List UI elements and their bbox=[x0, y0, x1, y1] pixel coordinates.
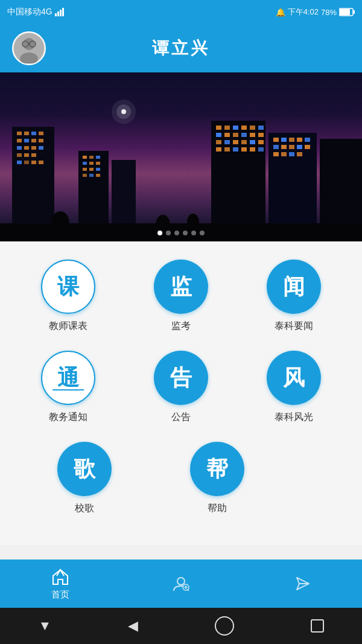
svg-rect-35 bbox=[31, 161, 36, 164]
svg-point-99 bbox=[187, 214, 199, 231]
svg-rect-19 bbox=[24, 132, 29, 135]
svg-rect-33 bbox=[17, 161, 22, 164]
bottom-nav: 首页 bbox=[0, 560, 362, 608]
svg-rect-6 bbox=[353, 10, 355, 14]
announcement-item[interactable]: 告 公告 bbox=[139, 351, 223, 424]
svg-rect-52 bbox=[83, 174, 87, 177]
svg-rect-95 bbox=[297, 152, 302, 156]
svg-rect-49 bbox=[83, 168, 87, 171]
svg-rect-85 bbox=[297, 138, 302, 142]
status-carrier: 中国移动4G bbox=[7, 7, 65, 18]
svg-rect-30 bbox=[17, 153, 22, 157]
svg-rect-43 bbox=[83, 156, 87, 159]
svg-rect-75 bbox=[258, 140, 264, 144]
battery-icon: 🔔 bbox=[276, 8, 285, 17]
svg-rect-78 bbox=[233, 147, 238, 151]
banner-image bbox=[0, 72, 362, 241]
svg-rect-3 bbox=[62, 8, 64, 16]
svg-rect-18 bbox=[17, 132, 22, 135]
svg-rect-34 bbox=[24, 161, 29, 164]
svg-rect-89 bbox=[289, 145, 294, 149]
sys-down-btn[interactable]: ▼ bbox=[38, 618, 51, 634]
svg-rect-62 bbox=[250, 126, 255, 130]
profile-nav-item[interactable] bbox=[121, 574, 241, 593]
scenery-item[interactable]: 风 泰科风光 bbox=[252, 351, 336, 424]
edu-notice-label: 教务通知 bbox=[49, 411, 87, 424]
news-label: 泰科要闻 bbox=[275, 320, 313, 333]
svg-rect-24 bbox=[31, 139, 36, 142]
jian-char: 监 bbox=[170, 276, 192, 298]
svg-rect-1 bbox=[57, 11, 59, 16]
svg-rect-67 bbox=[241, 133, 247, 137]
svg-rect-80 bbox=[250, 147, 255, 151]
school-song-icon: 歌 bbox=[57, 442, 112, 496]
school-song-item[interactable]: 歌 校歌 bbox=[42, 442, 127, 515]
teacher-schedule-item[interactable]: 课 教师课表 bbox=[26, 260, 110, 333]
svg-rect-70 bbox=[216, 140, 221, 144]
svg-rect-76 bbox=[216, 147, 221, 151]
svg-rect-93 bbox=[281, 152, 287, 156]
header: 谭立兴 bbox=[0, 24, 362, 72]
svg-rect-2 bbox=[60, 10, 62, 16]
course-char: 课 bbox=[57, 276, 79, 298]
announcement-icon: 告 bbox=[154, 351, 208, 405]
svg-rect-59 bbox=[224, 126, 230, 130]
status-bar: 中国移动4G 🔔 下午4:02 78% bbox=[0, 0, 362, 24]
svg-rect-5 bbox=[340, 9, 350, 15]
send-nav-item[interactable] bbox=[241, 574, 362, 593]
svg-rect-28 bbox=[31, 146, 36, 150]
sys-home-btn[interactable] bbox=[215, 616, 234, 636]
svg-rect-68 bbox=[250, 133, 255, 137]
svg-rect-86 bbox=[305, 138, 310, 142]
sys-back-btn[interactable]: ◀ bbox=[128, 618, 138, 634]
svg-rect-84 bbox=[289, 138, 294, 142]
svg-rect-77 bbox=[224, 147, 230, 151]
svg-rect-66 bbox=[233, 133, 238, 137]
svg-rect-63 bbox=[258, 126, 264, 130]
sys-recent-btn[interactable] bbox=[311, 619, 324, 633]
svg-rect-23 bbox=[24, 139, 29, 142]
home-nav-label: 首页 bbox=[51, 589, 69, 601]
wen-char: 闻 bbox=[283, 276, 305, 298]
svg-rect-27 bbox=[24, 146, 29, 150]
feng-char: 风 bbox=[283, 367, 305, 389]
svg-rect-44 bbox=[89, 156, 94, 159]
svg-rect-51 bbox=[96, 168, 100, 171]
svg-rect-48 bbox=[96, 162, 100, 165]
svg-rect-83 bbox=[281, 138, 287, 142]
edu-notice-icon: 通 bbox=[41, 351, 95, 405]
gao-char: 告 bbox=[170, 367, 192, 389]
svg-rect-92 bbox=[273, 152, 279, 156]
dot-4 bbox=[183, 231, 188, 235]
news-item[interactable]: 闻 泰科要闻 bbox=[252, 260, 336, 333]
svg-rect-58 bbox=[216, 126, 221, 130]
svg-rect-90 bbox=[297, 145, 302, 149]
dot-3 bbox=[174, 231, 179, 235]
dot-6 bbox=[200, 231, 205, 235]
edu-notice-item[interactable]: 通 教务通知 bbox=[26, 351, 110, 424]
svg-rect-82 bbox=[273, 138, 279, 142]
svg-rect-81 bbox=[258, 147, 264, 151]
banner bbox=[0, 72, 362, 241]
svg-rect-36 bbox=[39, 161, 43, 164]
svg-rect-71 bbox=[224, 140, 230, 144]
dot-2 bbox=[166, 231, 171, 235]
home-nav-item[interactable]: 首页 bbox=[0, 567, 121, 601]
teacher-schedule-icon: 课 bbox=[41, 260, 95, 314]
invigilate-item[interactable]: 监 监考 bbox=[139, 260, 223, 333]
grid-area: 课 教师课表 监 监考 闻 泰科要闻 通 教务通知 告 bbox=[0, 241, 362, 545]
svg-rect-73 bbox=[241, 140, 247, 144]
svg-rect-54 bbox=[96, 174, 100, 177]
invigilate-icon: 监 bbox=[154, 260, 208, 314]
help-item[interactable]: 帮 帮助 bbox=[175, 442, 259, 515]
svg-rect-45 bbox=[96, 156, 100, 159]
svg-rect-21 bbox=[39, 132, 43, 135]
grid-row-1: 课 教师课表 监 监考 闻 泰科要闻 bbox=[12, 260, 350, 333]
status-right: 🔔 下午4:02 78% bbox=[276, 7, 355, 18]
svg-rect-25 bbox=[39, 139, 43, 142]
grid-row-3: 歌 校歌 帮 帮助 bbox=[12, 442, 350, 515]
send-icon bbox=[292, 574, 311, 593]
scenery-icon: 风 bbox=[267, 351, 321, 405]
grid-row-2: 通 教务通知 告 公告 风 泰科风光 bbox=[12, 351, 350, 424]
svg-rect-29 bbox=[39, 146, 43, 150]
